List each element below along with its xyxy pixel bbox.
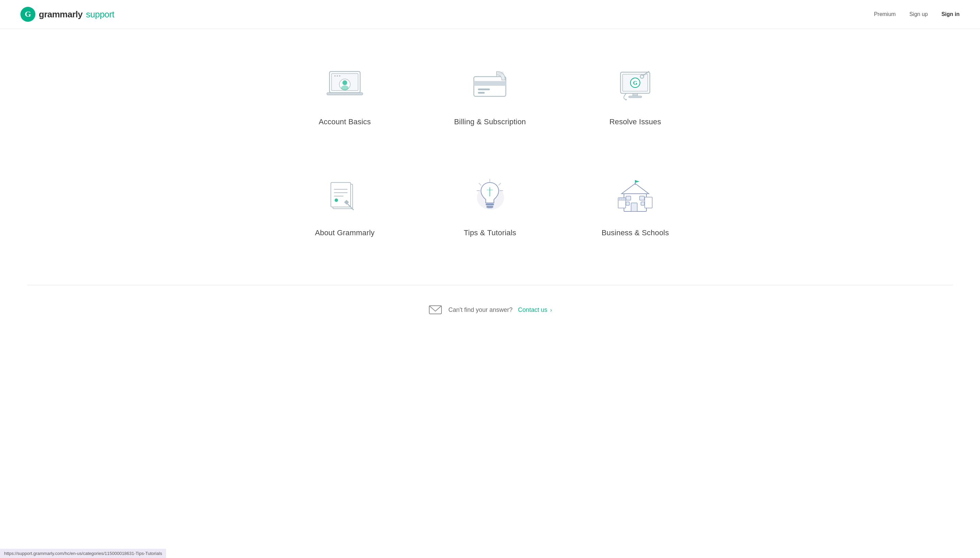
svg-text:G: G xyxy=(25,10,31,18)
svg-rect-52 xyxy=(641,202,644,205)
tips-tutorials-label: Tips & Tutorials xyxy=(464,228,516,237)
chevron-right-icon: › xyxy=(549,307,552,313)
svg-marker-26 xyxy=(625,99,627,101)
logo-area[interactable]: G grammarly support xyxy=(20,7,115,22)
svg-rect-37 xyxy=(487,206,493,208)
svg-line-42 xyxy=(479,183,481,185)
cant-find-text: Can't find your answer? xyxy=(448,307,513,313)
footer-contact: Can't find your answer? Contact us › xyxy=(0,285,980,338)
category-resolve-issues[interactable]: G Resolve Issues xyxy=(569,49,701,140)
svg-rect-51 xyxy=(626,202,629,205)
svg-rect-36 xyxy=(486,204,494,205)
svg-point-8 xyxy=(343,80,347,85)
billing-icon xyxy=(471,66,508,104)
tips-icon-area xyxy=(466,174,514,218)
account-basics-label: Account Basics xyxy=(319,117,371,126)
main-content: Account Basics xyxy=(252,29,728,271)
svg-rect-10 xyxy=(327,93,363,95)
svg-rect-13 xyxy=(478,89,490,90)
resolve-issues-label: Resolve Issues xyxy=(609,117,661,126)
nav-signup[interactable]: Sign up xyxy=(909,11,928,17)
nav-signin[interactable]: Sign in xyxy=(942,11,960,17)
svg-rect-49 xyxy=(626,196,631,200)
svg-text:G: G xyxy=(633,80,637,86)
category-about-grammarly[interactable]: About Grammarly xyxy=(279,160,411,251)
contact-us-link[interactable]: Contact us › xyxy=(518,307,552,313)
svg-rect-22 xyxy=(633,93,637,96)
svg-point-4 xyxy=(334,75,336,77)
nav-premium[interactable]: Premium xyxy=(874,11,896,17)
svg-point-9 xyxy=(341,85,349,90)
svg-point-5 xyxy=(337,75,338,77)
logo-support-text: support xyxy=(86,9,114,20)
svg-rect-50 xyxy=(639,196,644,200)
business-icon xyxy=(616,177,654,215)
about-grammarly-label: About Grammarly xyxy=(315,228,374,237)
svg-rect-48 xyxy=(631,203,637,212)
main-nav: Premium Sign up Sign in xyxy=(874,11,960,17)
svg-rect-23 xyxy=(629,96,642,98)
svg-rect-12 xyxy=(474,81,506,86)
about-icon-area xyxy=(321,174,369,218)
logo-grammarly-text: grammarly xyxy=(39,9,82,20)
categories-grid: Account Basics xyxy=(279,49,701,251)
account-basics-icon xyxy=(326,66,364,104)
svg-marker-54 xyxy=(635,180,639,183)
category-tips-tutorials[interactable]: Tips & Tutorials xyxy=(424,160,556,251)
status-bar: https://support.grammarly.com/hc/en-us/c… xyxy=(0,549,166,558)
status-url: https://support.grammarly.com/hc/en-us/c… xyxy=(4,551,162,556)
header: G grammarly support Premium Sign up Sign… xyxy=(0,0,980,29)
svg-line-43 xyxy=(499,183,501,185)
category-business-schools[interactable]: Business & Schools xyxy=(569,160,701,251)
billing-icon-area xyxy=(466,63,514,107)
mail-icon xyxy=(428,302,443,317)
tips-icon xyxy=(469,176,510,217)
svg-marker-47 xyxy=(621,184,649,194)
svg-rect-60 xyxy=(645,197,652,208)
account-basics-icon-area xyxy=(321,63,369,107)
resolve-icon: G xyxy=(616,66,654,104)
billing-subscription-label: Billing & Subscription xyxy=(454,117,526,126)
svg-point-6 xyxy=(339,75,341,77)
business-schools-label: Business & Schools xyxy=(601,228,669,237)
category-account-basics[interactable]: Account Basics xyxy=(279,49,411,140)
svg-rect-14 xyxy=(478,92,485,94)
grammarly-logo-icon: G xyxy=(20,7,35,22)
svg-point-32 xyxy=(334,199,338,202)
business-icon-area xyxy=(611,174,659,218)
about-icon xyxy=(326,177,364,215)
resolve-icon-area: G xyxy=(611,63,659,107)
category-billing-subscription[interactable]: Billing & Subscription xyxy=(424,49,556,140)
